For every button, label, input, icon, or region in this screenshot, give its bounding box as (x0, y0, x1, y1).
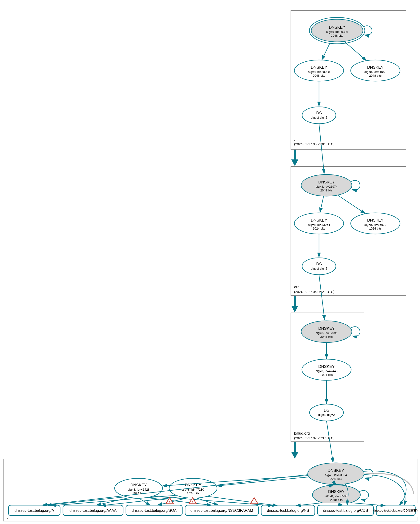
svg-text:alg=8, id=47230: alg=8, id=47230 (182, 488, 204, 491)
svg-text:2048 bits: 2048 bits (320, 335, 333, 338)
zone-delegation-arrow (291, 442, 298, 459)
rrset-cds[interactable]: dnssec-test.balug.org/CDS (318, 505, 373, 515)
zone-ts-root: (2024-09-27 05:22:01 UTC) (294, 142, 335, 146)
dnskey-balug-ksk[interactable]: DNSKEY alg=8, id=17095 2048 bits (301, 321, 352, 342)
svg-text:alg=8, id=15678: alg=8, id=15678 (364, 223, 386, 227)
svg-text:alg=8, id=63304: alg=8, id=63304 (325, 473, 347, 477)
dnskey-leaf-zsk2[interactable]: DNSKEY alg=8, id=47230 1024 bits (169, 478, 217, 498)
ds-balug[interactable]: DS digest alg=2 (310, 404, 344, 421)
zone-ts-org: (2024-09-27 06:06:21 UTC) (294, 290, 335, 294)
svg-text:digest alg=2: digest alg=2 (318, 413, 335, 417)
rrset-ns[interactable]: dnssec-test.balug.org/NS (261, 505, 315, 515)
svg-text:2048 bits: 2048 bits (369, 74, 382, 77)
svg-point-14 (302, 107, 336, 124)
svg-text:dnssec-test.balug.org/CDNSKEY: dnssec-test.balug.org/CDNSKEY (373, 509, 418, 512)
dnskey-org-ksk[interactable]: DNSKEY alg=8, id=26974 2048 bits (301, 175, 352, 196)
svg-text:alg=8, id=55585: alg=8, id=55585 (325, 494, 347, 498)
dnskey-leaf-ksk[interactable]: DNSKEY alg=8, id=63304 2048 bits (308, 463, 364, 484)
svg-text:alg=8, id=47448: alg=8, id=47448 (315, 369, 337, 373)
svg-text:DNSKEY: DNSKEY (130, 483, 147, 487)
svg-text:dnssec-test.balug.org/CDS: dnssec-test.balug.org/CDS (323, 508, 368, 513)
svg-text:!: ! (192, 500, 193, 504)
dnskey-leaf-ssk[interactable]: DNSKEY alg=8, id=55585 2048 bits (312, 485, 360, 505)
zone-name-root: . (294, 137, 295, 141)
svg-text:2048 bits: 2048 bits (313, 74, 325, 77)
svg-text:DNSKEY: DNSKEY (318, 180, 335, 184)
dnskey-leaf-zsk1[interactable]: DNSKEY alg=8, id=41428 1024 bits (115, 478, 163, 498)
dnskey-org-zsk1[interactable]: DNSKEY alg=8, id=23064 1024 bits (294, 213, 344, 234)
svg-text:1024 bits: 1024 bits (313, 227, 325, 230)
svg-text:DS: DS (316, 111, 322, 115)
svg-text:DNSKEY: DNSKEY (311, 65, 327, 70)
svg-text:dnssec-test.balug.org/NS: dnssec-test.balug.org/NS (267, 508, 309, 513)
dnskey-org-zsk2[interactable]: DNSKEY alg=8, id=15678 1024 bits (351, 213, 400, 234)
svg-text:dnssec-test.balug.org/NSEC3PAR: dnssec-test.balug.org/NSEC3PARAM (191, 508, 253, 513)
dnskey-root-zsk2[interactable]: DNSKEY alg=8, id=61050 2048 bits (351, 60, 400, 81)
svg-text:2048 bits: 2048 bits (330, 477, 342, 480)
rrset-aaaa[interactable]: dnssec-test.balug.org/AAAA (63, 505, 123, 515)
zone-name-org: org (294, 285, 300, 289)
svg-text:alg=8, id=61050: alg=8, id=61050 (364, 70, 386, 74)
svg-text:dnssec-test.balug.org/AAAA: dnssec-test.balug.org/AAAA (69, 508, 117, 513)
svg-text:alg=8, id=20038: alg=8, id=20038 (308, 70, 330, 74)
zone-delegation-arrow (291, 149, 298, 166)
svg-text:DNSKEY: DNSKEY (329, 25, 345, 30)
svg-text:!: ! (169, 500, 170, 504)
rrset-soa[interactable]: dnssec-test.balug.org/SOA (126, 505, 182, 515)
svg-text:alg=8, id=20326: alg=8, id=20326 (326, 30, 348, 34)
svg-text:alg=8, id=26974: alg=8, id=26974 (315, 185, 337, 188)
rrset-cdnskey[interactable]: dnssec-test.balug.org/CDNSKEY (373, 505, 418, 515)
svg-text:1024 bits: 1024 bits (320, 373, 333, 376)
svg-text:DNSKEY: DNSKEY (367, 65, 384, 70)
svg-text:2048 bits: 2048 bits (330, 498, 343, 502)
svg-text:alg=8, id=17095: alg=8, id=17095 (315, 331, 337, 335)
dnskey-root-ksk[interactable]: DNSKEY alg=8, id=20326 2048 bits (309, 17, 365, 44)
svg-text:DNSKEY: DNSKEY (311, 218, 327, 222)
svg-text:1024 bits: 1024 bits (187, 491, 199, 495)
svg-point-30 (302, 258, 336, 275)
svg-text:digest alg=2: digest alg=2 (311, 267, 327, 270)
ds-org[interactable]: DS digest alg=2 (302, 258, 336, 275)
svg-text:DS: DS (316, 262, 322, 266)
svg-text:2048 bits: 2048 bits (331, 34, 344, 37)
ds-root[interactable]: DS digest alg=2 (302, 107, 336, 124)
svg-text:DNSKEY: DNSKEY (328, 468, 344, 473)
svg-point-42 (310, 404, 344, 421)
svg-text:2048 bits: 2048 bits (320, 189, 333, 192)
svg-text:DNSKEY: DNSKEY (367, 218, 384, 222)
zone-delegation-arrow (291, 296, 298, 312)
rrset-a[interactable]: dnssec-test.balug.org/A (8, 505, 60, 515)
warning-icon: ! (250, 498, 258, 504)
svg-text:dnssec-test.balug.org/SOA: dnssec-test.balug.org/SOA (132, 508, 177, 513)
svg-text:digest alg=2: digest alg=2 (311, 116, 327, 119)
dnskey-balug-zsk[interactable]: DNSKEY alg=8, id=47448 1024 bits (302, 359, 351, 380)
svg-text:alg=8, id=23064: alg=8, id=23064 (308, 223, 330, 227)
svg-text:alg=8, id=41428: alg=8, id=41428 (127, 488, 149, 491)
rrset-nsec3param[interactable]: dnssec-test.balug.org/NSEC3PARAM (185, 505, 258, 515)
svg-text:!: ! (254, 500, 255, 504)
zone-name-balug: balug.org (294, 431, 310, 435)
svg-text:1024 bits: 1024 bits (369, 227, 382, 230)
svg-text:DNSKEY: DNSKEY (318, 364, 335, 369)
svg-text:DS: DS (324, 408, 329, 412)
zone-ts-balug: (2024-09-27 07:23:37 UTC) (294, 436, 335, 440)
svg-text:dnssec-test.balug.org/A: dnssec-test.balug.org/A (15, 508, 54, 513)
svg-text:DNSKEY: DNSKEY (328, 489, 344, 494)
warning-icon: ! (189, 498, 196, 504)
dnskey-root-zsk1[interactable]: DNSKEY alg=8, id=20038 2048 bits (294, 60, 344, 81)
svg-text:DNSKEY: DNSKEY (318, 326, 335, 331)
